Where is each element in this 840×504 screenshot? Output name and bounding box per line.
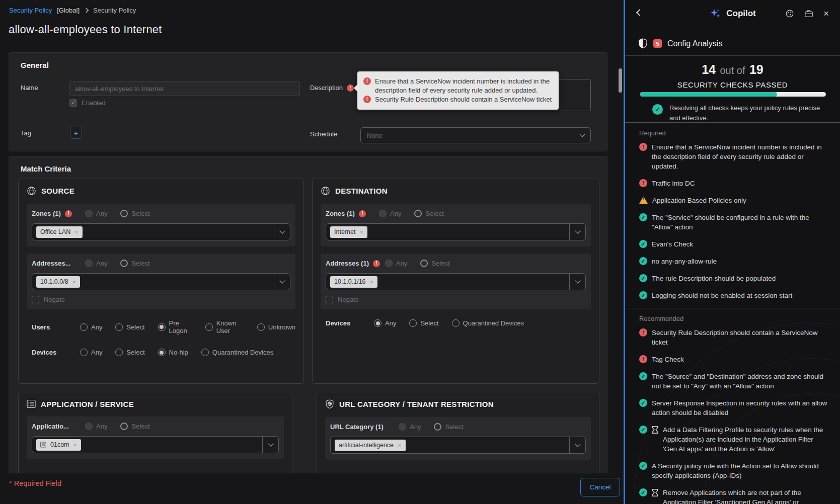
radio-option[interactable]: Any — [85, 260, 107, 267]
score-separator: out of — [718, 65, 747, 76]
negate-checkbox[interactable] — [326, 296, 333, 303]
url-category-label: URL Category (1) — [330, 423, 384, 431]
chevron-down-icon[interactable] — [569, 437, 585, 453]
radio-option[interactable]: Pre Logon — [158, 319, 192, 334]
remove-chip-icon[interactable]: × — [73, 441, 78, 449]
radio-label: Any — [390, 210, 401, 217]
radio-option[interactable]: Unknown — [257, 319, 295, 334]
radio-option[interactable]: Known User — [205, 319, 244, 334]
applications-select[interactable]: 01com× — [32, 436, 279, 453]
description-label-row: Description ! — [310, 84, 354, 92]
radio-option[interactable]: Select — [115, 319, 144, 334]
chip-label: Office LAN — [40, 228, 70, 235]
address-chip[interactable]: 10.1.0.1/16× — [330, 276, 377, 288]
globe-icon — [27, 186, 36, 196]
source-addresses-select[interactable]: 10.1.0.0/8× — [32, 273, 290, 290]
schedule-dropdown[interactable]: None — [360, 127, 591, 143]
application-chip[interactable]: 01com× — [36, 439, 81, 451]
check-item: Application Based Policies only — [639, 196, 829, 205]
remove-chip-icon[interactable]: × — [398, 442, 402, 449]
radio-option[interactable]: Any — [385, 260, 407, 267]
error-icon[interactable]: ! — [65, 210, 72, 217]
radio-option[interactable]: Select — [115, 349, 144, 356]
radio-option[interactable]: Select — [120, 210, 149, 217]
radio-option[interactable]: Any — [374, 319, 396, 327]
destination-addresses-select[interactable]: 10.1.0.1/16× — [326, 273, 586, 290]
breadcrumb-link-security-policy[interactable]: Security Policy — [9, 7, 52, 14]
radio-option[interactable]: Any — [80, 319, 102, 334]
palette-icon[interactable] — [785, 9, 794, 18]
radio-icon — [85, 260, 93, 267]
radio-option[interactable]: Select — [414, 210, 443, 217]
chevron-down-icon[interactable] — [262, 437, 278, 453]
briefcase-icon[interactable] — [804, 9, 813, 18]
radio-icon — [434, 423, 441, 431]
error-icon: ! — [363, 77, 371, 85]
check-text: Security Rule Description should contain… — [652, 328, 829, 347]
panel-resize-handle[interactable] — [624, 0, 625, 504]
remove-chip-icon[interactable]: × — [370, 278, 374, 286]
radio-option[interactable]: Quarantined Devices — [201, 349, 273, 356]
error-icon: ! — [363, 96, 371, 103]
name-input[interactable] — [69, 81, 300, 96]
add-tag-button[interactable]: + — [70, 127, 82, 139]
radio-option[interactable]: Select — [120, 260, 149, 267]
divider — [625, 55, 840, 56]
check-text: Evan's Check — [652, 239, 693, 249]
zone-chip[interactable]: Internet× — [330, 226, 367, 238]
progress-bar — [640, 92, 826, 97]
general-heading: General — [21, 61, 49, 69]
description-label: Description — [310, 84, 343, 92]
url-category-select[interactable]: artificial-intelligence× — [330, 437, 586, 454]
radio-option[interactable]: Any — [379, 210, 401, 217]
error-icon[interactable]: ! — [359, 210, 366, 217]
remove-chip-icon[interactable]: × — [72, 278, 77, 286]
chevron-down-icon[interactable] — [569, 224, 585, 240]
destination-card: DESTINATION Zones (1)! AnySelect Interne… — [312, 179, 599, 384]
radio-option[interactable]: Select — [409, 319, 438, 327]
radio-option[interactable]: Select — [434, 423, 463, 431]
remove-chip-icon[interactable]: × — [74, 228, 79, 236]
check-text: Add a Data Filtering Profile to security… — [663, 425, 829, 454]
close-icon[interactable]: × — [823, 9, 829, 18]
destination-zones-select[interactable]: Internet× — [326, 223, 586, 240]
radio-option[interactable]: Quarantined Devices — [452, 319, 524, 327]
radio-option[interactable]: No-hip — [158, 349, 188, 356]
applications-panel: Applicatio... AnySelect 01com× — [27, 416, 284, 459]
radio-option[interactable]: Select — [420, 260, 449, 267]
check-text: The "Source" and "Destination" address a… — [652, 372, 829, 391]
negate-checkbox[interactable] — [32, 296, 39, 303]
check-text: no any-any-allow-rule — [652, 257, 717, 266]
tooltip-text: Ensure that a ServiceNow incident number… — [375, 77, 553, 95]
chevron-down-icon[interactable] — [274, 274, 290, 290]
check-item: Logging should not be enabled at session… — [639, 291, 829, 300]
radio-icon — [374, 319, 381, 327]
radio-option[interactable]: Any — [85, 423, 107, 430]
status-icon — [639, 462, 647, 470]
source-zones-select[interactable]: Office LAN× — [32, 223, 290, 240]
radio-option[interactable]: Any — [399, 423, 421, 431]
enabled-checkbox[interactable] — [69, 99, 77, 107]
error-icon[interactable]: ! — [347, 85, 354, 92]
radio-option[interactable]: Any — [80, 349, 102, 356]
scrollbar-thumb[interactable] — [619, 68, 622, 93]
radio-icon — [201, 349, 209, 356]
url-category-chip[interactable]: artificial-intelligence× — [335, 440, 406, 451]
match-criteria-section: Match Criteria SOURCE Zones (1)! AnySele… — [9, 156, 607, 473]
cancel-button[interactable]: Cancel — [580, 478, 620, 496]
chevron-down-icon — [579, 131, 585, 137]
chevron-down-icon[interactable] — [274, 224, 290, 240]
source-addresses-panel: Addresses... AnySelect 10.1.0.0/8× Negat… — [27, 254, 295, 309]
chevron-down-icon[interactable] — [569, 274, 585, 290]
validation-tooltip: ! Ensure that a ServiceNow incident numb… — [357, 71, 559, 110]
zone-chip[interactable]: Office LAN× — [36, 226, 83, 238]
recommended-checks-list: Security Rule Description should contain… — [625, 328, 840, 504]
radio-label: Any — [96, 210, 107, 217]
radio-icon — [452, 319, 460, 327]
radio-icon — [115, 323, 123, 331]
radio-option[interactable]: Any — [85, 210, 107, 217]
remove-chip-icon[interactable]: × — [359, 228, 363, 236]
address-chip[interactable]: 10.1.0.0/8× — [36, 276, 80, 288]
error-icon[interactable]: ! — [373, 260, 380, 267]
radio-option[interactable]: Select — [120, 423, 149, 430]
